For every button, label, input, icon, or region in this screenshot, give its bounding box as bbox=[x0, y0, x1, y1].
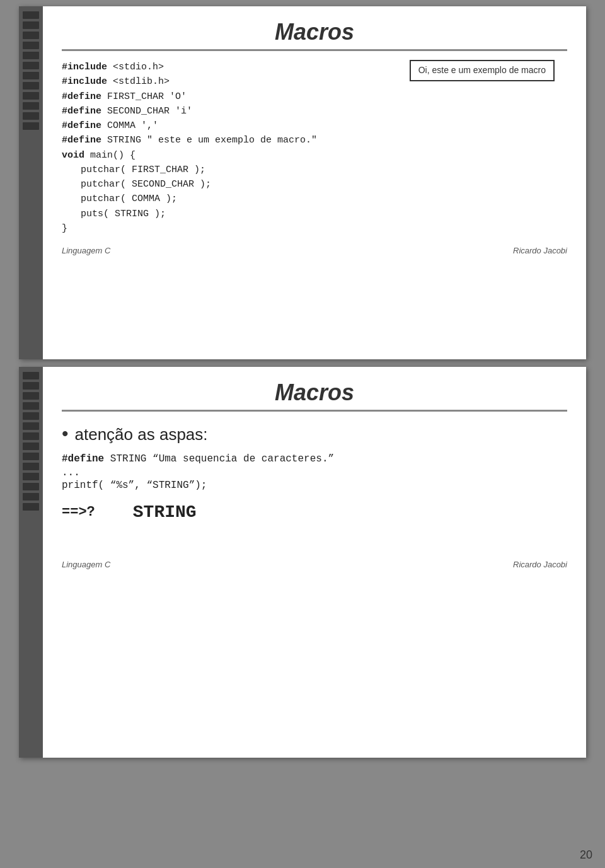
strip-block bbox=[23, 473, 39, 480]
left-decorative-strip bbox=[19, 6, 43, 359]
strip-block bbox=[23, 392, 39, 400]
keyword: #define bbox=[62, 453, 104, 465]
code-line: #define SECOND_CHAR 'i' bbox=[62, 104, 567, 119]
code-line: puts( STRING ); bbox=[62, 207, 567, 221]
code-line: putchar( COMMA ); bbox=[62, 192, 567, 206]
strip-block bbox=[23, 11, 39, 19]
strip-block bbox=[23, 503, 39, 511]
strip-block bbox=[23, 412, 39, 420]
bullet-dot: • bbox=[62, 423, 69, 444]
slide-1-footer: Linguagem C Ricardo Jacobi bbox=[62, 246, 567, 255]
page-number: 20 bbox=[580, 848, 592, 862]
strip-block bbox=[23, 493, 39, 501]
keyword: #define bbox=[62, 91, 101, 102]
title-divider bbox=[62, 49, 567, 51]
footer-left-2: Linguagem C bbox=[62, 560, 110, 569]
bullet-text: atenção as aspas: bbox=[75, 425, 208, 444]
footer-left: Linguagem C bbox=[62, 246, 110, 255]
bullet-item: • atenção as aspas: bbox=[62, 423, 567, 444]
arrow-text: ==>? bbox=[62, 504, 95, 520]
slide-2-footer: Linguagem C Ricardo Jacobi bbox=[62, 560, 567, 569]
keyword: void bbox=[62, 150, 84, 161]
code-line: } bbox=[62, 221, 567, 236]
callout-box: Oi, este e um exemplo de macro bbox=[410, 60, 555, 81]
keyword: #define bbox=[62, 135, 101, 146]
strip-block bbox=[23, 122, 39, 130]
strip-block bbox=[23, 32, 39, 39]
slide-2: Macros • atenção as aspas: #define STRIN… bbox=[19, 367, 586, 758]
keyword: #define bbox=[62, 106, 101, 117]
code-block-1: Oi, este e um exemplo de macro #include … bbox=[62, 60, 567, 236]
define-rest: STRING “Uma sequencia de caracteres.” bbox=[104, 453, 334, 465]
strip-block bbox=[23, 372, 39, 379]
code-line-comma: #define COMMA ',' bbox=[62, 119, 567, 133]
code-line: #define FIRST_CHAR 'O' bbox=[62, 90, 567, 104]
strip-block bbox=[23, 112, 39, 120]
bullet-section: • atenção as aspas: bbox=[62, 423, 567, 444]
slide-1-content: Macros Oi, este e um exemplo de macro #i… bbox=[43, 6, 586, 268]
strip-block bbox=[23, 42, 39, 49]
define-line: #define STRING “Uma sequencia de caracte… bbox=[62, 453, 567, 465]
strip-block bbox=[23, 463, 39, 470]
code-line: #define STRING " este e um exemplo de ma… bbox=[62, 133, 567, 148]
keyword: #include bbox=[62, 62, 107, 72]
arrow-line: ==>? STRING bbox=[62, 502, 567, 522]
strip-block bbox=[23, 453, 39, 460]
slide-2-title: Macros bbox=[62, 379, 567, 406]
printf-line: printf( “%s”, “STRING”); bbox=[62, 480, 567, 491]
slide-2-content: Macros • atenção as aspas: #define STRIN… bbox=[43, 367, 586, 582]
code-line: putchar( SECOND_CHAR ); bbox=[62, 177, 567, 192]
strip-block bbox=[23, 72, 39, 79]
slide-1-title: Macros bbox=[62, 19, 567, 45]
strip-block bbox=[23, 432, 39, 440]
strip-block bbox=[23, 62, 39, 69]
title-divider-2 bbox=[62, 410, 567, 412]
footer-right-2: Ricardo Jacobi bbox=[513, 560, 567, 569]
strip-block bbox=[23, 82, 39, 90]
string-result: STRING bbox=[133, 502, 197, 522]
strip-block bbox=[23, 443, 39, 450]
strip-block bbox=[23, 21, 39, 29]
strip-block bbox=[23, 102, 39, 110]
ellipsis-line: ... bbox=[62, 467, 567, 478]
strip-block bbox=[23, 402, 39, 410]
code-line: putchar( FIRST_CHAR ); bbox=[62, 163, 567, 177]
strip-block bbox=[23, 52, 39, 59]
strip-block bbox=[23, 483, 39, 490]
strip-block bbox=[23, 422, 39, 430]
keyword: #define bbox=[62, 120, 101, 131]
left-decorative-strip-2 bbox=[19, 367, 43, 758]
strip-block bbox=[23, 382, 39, 390]
code-line: void main() { bbox=[62, 148, 567, 163]
footer-right: Ricardo Jacobi bbox=[513, 246, 567, 255]
slide-1: Macros Oi, este e um exemplo de macro #i… bbox=[19, 6, 586, 359]
strip-block bbox=[23, 92, 39, 100]
keyword: #include bbox=[62, 76, 107, 87]
